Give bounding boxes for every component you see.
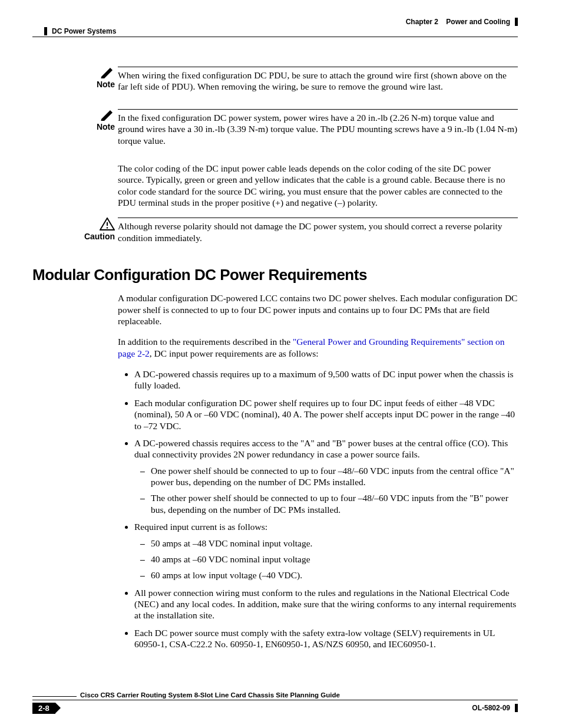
sub-list: One power shelf should be connected to u… [134, 465, 518, 516]
note-label: Note [82, 80, 115, 89]
caution-label: Caution [82, 232, 115, 241]
caution-block: Caution Although reverse polarity should… [32, 218, 518, 243]
note-text: When wiring the fixed configuration DC P… [118, 70, 518, 93]
note-text: In the fixed configuration DC power syst… [118, 112, 518, 146]
caution-text: Although reverse polarity should not dam… [118, 220, 518, 243]
list-item: 60 amps at low input voltage (–40 VDC). [151, 569, 518, 581]
header-rule [32, 37, 518, 37]
list-item: A DC-powered chassis requires access to … [134, 437, 518, 515]
caution-icon [82, 218, 115, 230]
page-footer: Cisco CRS Carrier Routing System 8-Slot … [32, 691, 518, 714]
chapter-label: Chapter 2 Power and Cooling [406, 18, 510, 26]
body-paragraph: In addition to the requirements describe… [32, 336, 518, 359]
triangle-icon [55, 703, 61, 713]
running-header: Chapter 2 Power and Cooling [32, 18, 518, 26]
text: In addition to the requirements describe… [118, 337, 293, 347]
list-item: Required input current is as follows: 50… [134, 521, 518, 581]
body-paragraph: A modular configuration DC-powered LCC c… [32, 292, 518, 327]
header-bar-icon [44, 27, 47, 35]
svg-point-1 [107, 228, 108, 229]
list-item: A DC-powered chassis requires up to a ma… [134, 368, 518, 391]
body-paragraph: The color coding of the DC input power c… [32, 163, 518, 209]
pencil-icon [82, 109, 115, 121]
requirements-list: A DC-powered chassis requires up to a ma… [118, 368, 518, 650]
note-label: Note [82, 122, 115, 131]
note-block: Note When wiring the fixed configuration… [32, 67, 518, 93]
section-heading: Modular Configuration DC Power Requireme… [32, 266, 518, 284]
list-item-text: Required input current is as follows: [134, 522, 267, 532]
note-block: Note In the fixed configuration DC power… [32, 109, 518, 146]
header-bar-icon [515, 18, 518, 26]
page-number-badge: 2-8 [32, 703, 55, 714]
document-id: OL-5802-09 [472, 704, 510, 712]
section-label: DC Power Systems [52, 27, 116, 35]
sub-list: 50 amps at –48 VDC nominal input voltage… [134, 538, 518, 581]
footer-bar-icon [515, 704, 518, 712]
pencil-icon [82, 67, 115, 78]
list-item: One power shelf should be connected to u… [151, 465, 518, 488]
text: , DC input power requirements are as fol… [150, 348, 319, 358]
list-item: 50 amps at –48 VDC nominal input voltage… [151, 538, 518, 549]
list-item: Each DC power source must comply with th… [134, 627, 518, 650]
list-item: 40 amps at –60 VDC nominal input voltage [151, 554, 518, 565]
list-item: The other power shelf should be connecte… [151, 492, 518, 515]
list-item: All power connection wiring must conform… [134, 587, 518, 621]
section-breadcrumb: DC Power Systems [44, 27, 518, 35]
footer-doc-title: Cisco CRS Carrier Routing System 8-Slot … [77, 691, 340, 699]
list-item: Each modular configuration DC power shel… [134, 397, 518, 431]
list-item-text: A DC-powered chassis requires access to … [134, 438, 508, 459]
